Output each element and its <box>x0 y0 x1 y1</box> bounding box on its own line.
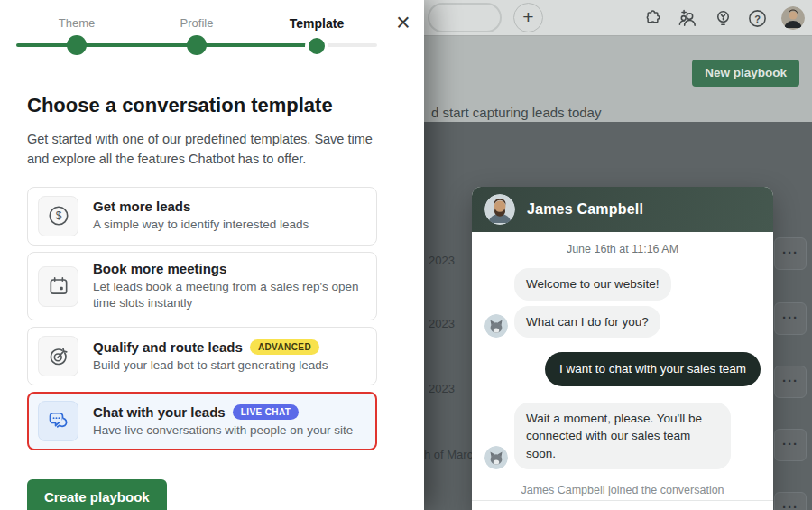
close-icon[interactable]: × <box>390 9 417 36</box>
step-dot-profile <box>187 35 207 55</box>
chat-widget-preview: James Campbell June 16th at 11:16 AM <box>472 187 773 510</box>
chat-message: Welcome to our website! <box>514 268 671 301</box>
step-dot-template <box>305 34 328 58</box>
invite-user-icon[interactable] <box>677 8 699 29</box>
template-card-qualify-and-route-leads[interactable]: Qualify and route leads ADVANCED Build y… <box>27 327 377 385</box>
row-menu-button[interactable]: ··· <box>774 302 807 335</box>
chat-input-area[interactable] <box>472 500 773 510</box>
table-date-fragment: 2023 <box>429 317 455 330</box>
template-card-get-more-leads[interactable]: $ Get more leads A simple way to identif… <box>27 187 377 246</box>
template-description: A simple way to identify interested lead… <box>93 217 309 233</box>
row-menu-button[interactable]: ··· <box>774 366 807 398</box>
row-menu-button[interactable]: ··· <box>774 237 807 270</box>
target-icon <box>38 336 78 376</box>
template-list: $ Get more leads A simple way to identif… <box>27 187 377 450</box>
user-avatar[interactable] <box>781 6 805 30</box>
chat-message: What can I do for you? <box>514 306 660 338</box>
step-template: Template <box>276 16 357 31</box>
advanced-badge: ADVANCED <box>250 339 319 355</box>
stepper-track-completed <box>16 43 317 47</box>
lightbulb-icon[interactable] <box>713 8 734 29</box>
background-page: + <box>424 0 812 510</box>
visitor-message-row: I want to chat with your sales team <box>484 352 761 386</box>
template-description: Let leads book a meeting from a sales re… <box>93 279 364 311</box>
search-input[interactable] <box>428 3 502 32</box>
stepper: Theme Profile Template <box>0 0 424 69</box>
svg-text:?: ? <box>754 13 761 23</box>
new-playbook-button[interactable]: New playbook <box>692 60 799 87</box>
live-chat-badge: LIVE CHAT <box>233 404 300 420</box>
template-title: Book more meetings <box>93 261 226 276</box>
bot-message-group: Welcome to our website! What can I do fo… <box>484 268 761 338</box>
chat-widget-body: June 16th at 11:16 AM Welcome to our web… <box>472 243 773 510</box>
row-menu-button[interactable]: ··· <box>774 429 807 461</box>
template-card-book-more-meetings[interactable]: Book more meetings Let leads book a meet… <box>27 252 377 320</box>
step-theme: Theme <box>36 16 117 30</box>
table-date-fragment: 2023 <box>429 382 455 395</box>
table-date-fragment: 2023 <box>429 254 455 267</box>
help-icon[interactable]: ? <box>747 8 768 29</box>
add-button[interactable]: + <box>513 3 543 32</box>
template-modal: Theme Profile Template × Choose a conver… <box>0 0 424 510</box>
row-menu-button[interactable]: ··· <box>774 492 807 510</box>
screen: + <box>0 0 812 510</box>
bot-avatar <box>484 314 508 338</box>
template-title: Get more leads <box>93 199 190 214</box>
chat-widget-header: James Campbell <box>472 187 773 232</box>
agent-name: James Campbell <box>527 201 643 218</box>
top-navbar: + <box>424 0 812 36</box>
live-chat-icon <box>38 401 78 441</box>
bot-message-group: Wait a moment, please. You'll be connect… <box>484 403 761 470</box>
agent-avatar <box>484 194 515 225</box>
step-profile: Profile <box>156 16 237 30</box>
chat-message-visitor: I want to chat with your sales team <box>545 352 761 386</box>
template-title: Qualify and route leads <box>93 339 243 355</box>
template-description: Have live conversations with people on y… <box>93 422 353 439</box>
template-description: Build your lead bot to start generating … <box>93 357 328 374</box>
dollar-icon: $ <box>38 196 78 236</box>
bot-avatar <box>484 446 508 469</box>
modal-title: Choose a conversation template <box>27 94 397 117</box>
template-title: Chat with your leads <box>93 404 226 420</box>
modal-subtitle: Get started with one of our predefined t… <box>27 129 381 170</box>
table-row-fragment: h of Marc <box>424 448 473 461</box>
step-dot-theme <box>67 35 87 55</box>
chat-system-message: James Campbell joined the conversation <box>484 484 761 496</box>
chat-timestamp: June 16th at 11:16 AM <box>484 243 761 255</box>
calendar-icon <box>38 266 78 307</box>
integrations-puzzle-icon[interactable] <box>642 8 663 29</box>
page-heading-fragment: d start capturing leads today <box>431 105 601 120</box>
chat-message: Wait a moment, please. You'll be connect… <box>514 403 731 470</box>
create-playbook-button[interactable]: Create playbook <box>27 479 167 510</box>
template-card-chat-with-your-leads[interactable]: Chat with your leads LIVE CHAT Have live… <box>27 392 377 450</box>
svg-text:$: $ <box>55 210 61 223</box>
